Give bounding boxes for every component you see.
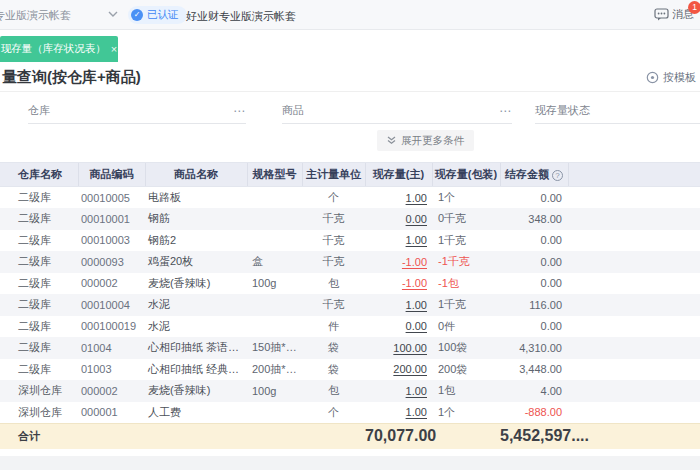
table-row[interactable]: 二级库 00010003 钢筋2 千克 1.00 1千克 0.00 bbox=[0, 230, 700, 252]
cell-amount: 0.00 bbox=[500, 316, 568, 338]
cell-qty-pkg: 1个 bbox=[432, 402, 500, 424]
cell-spec bbox=[247, 187, 302, 209]
double-chevron-down-icon bbox=[387, 136, 396, 145]
table-row[interactable]: 二级库 00010005 电路板 个 1.00 1个 0.00 bbox=[0, 187, 700, 209]
cell-amount: 0.00 bbox=[500, 273, 568, 295]
cell-name: 水泥 bbox=[145, 316, 247, 338]
cell-unit: 千克 bbox=[302, 208, 365, 230]
cell-code: 01004 bbox=[78, 337, 145, 359]
table-row[interactable]: 二级库 01003 心相印抽纸 经典系列 200抽*6包 袋 200.00 20… bbox=[0, 359, 700, 381]
col-warehouse: 仓库名称 bbox=[0, 163, 78, 187]
qty-link[interactable]: 1.00 bbox=[406, 192, 427, 204]
col-spec: 规格型号 bbox=[247, 163, 302, 187]
qty-link[interactable]: 1.00 bbox=[406, 299, 427, 311]
table-row[interactable]: 二级库 01004 心相印抽纸 茶语系列 ... 150抽*3包... 袋 10… bbox=[0, 337, 700, 359]
table-row[interactable]: 二级库 000100019 水泥 件 0.00 0件 0.00 bbox=[0, 316, 700, 338]
cell-warehouse: 二级库 bbox=[0, 316, 78, 338]
cell-amount: 3,448.00 bbox=[500, 359, 568, 381]
expand-more-button[interactable]: 展开更多条件 bbox=[377, 130, 474, 151]
cell-code: 01003 bbox=[78, 359, 145, 381]
filter-product-label: 商品 bbox=[282, 103, 304, 118]
table-row[interactable]: 深圳仓库 000002 麦烧(香辣味) 100g 包 1.00 1包 4.00 bbox=[0, 380, 700, 402]
cell-filler bbox=[568, 316, 700, 338]
cell-warehouse: 二级库 bbox=[0, 208, 78, 230]
cell-qty-pkg: 0件 bbox=[432, 316, 500, 338]
cell-qty-main: 1.00 bbox=[365, 402, 432, 424]
cell-qty-pkg: -1千克 bbox=[432, 251, 500, 273]
table-row[interactable]: 二级库 000002 麦烧(香辣味) 100g 包 -1.00 -1包 0.00 bbox=[0, 273, 700, 295]
qty-link[interactable]: 0.00 bbox=[406, 213, 427, 225]
cell-filler bbox=[568, 208, 700, 230]
cell-qty-pkg: 100袋 bbox=[432, 337, 500, 359]
cell-unit: 千克 bbox=[302, 251, 365, 273]
filter-product-more-icon[interactable]: ⋯ bbox=[499, 104, 512, 118]
cell-qty-pkg: -1包 bbox=[432, 273, 500, 295]
cell-spec: 100g bbox=[247, 380, 302, 402]
cell-warehouse: 二级库 bbox=[0, 359, 78, 381]
cell-qty-pkg: 1个 bbox=[432, 187, 500, 209]
close-icon[interactable]: × bbox=[111, 43, 117, 55]
tab-stock-report[interactable]: 现存量（库存状况表） × bbox=[0, 36, 118, 62]
expand-row: 展开更多条件 bbox=[0, 130, 700, 154]
table-header: 仓库名称 商品编码 商品名称 规格型号 主计量单位 现存量(主) 现存量(包装)… bbox=[0, 163, 700, 187]
chevron-down-icon[interactable] bbox=[108, 11, 118, 18]
cell-qty-main: -1.00 bbox=[365, 251, 432, 273]
qty-link[interactable]: 0.00 bbox=[406, 320, 427, 332]
cell-warehouse: 二级库 bbox=[0, 187, 78, 209]
cell-code: 00010004 bbox=[78, 294, 145, 316]
filter-product[interactable]: 商品 ⋯ bbox=[282, 98, 512, 124]
cell-name: 人工费 bbox=[145, 402, 247, 424]
verified-badge[interactable]: ✓ 已认证 bbox=[128, 6, 187, 24]
table-row[interactable]: 二级库 00010004 水泥 千克 1.00 1千克 116.00 bbox=[0, 294, 700, 316]
cell-unit: 千克 bbox=[302, 294, 365, 316]
topbar: 专业版演示帐套 ✓ 已认证 好业财专业版演示帐套 消息 1 bbox=[0, 0, 700, 30]
cell-amount: 0.00 bbox=[500, 187, 568, 209]
qty-link[interactable]: -1.00 bbox=[402, 256, 427, 268]
col-qty-main: 现存量(主) bbox=[365, 163, 432, 187]
qty-link[interactable]: -1.00 bbox=[402, 277, 427, 289]
cell-name: 电路板 bbox=[145, 187, 247, 209]
cell-spec bbox=[247, 294, 302, 316]
table-row[interactable]: 二级库 00010001 钢筋 千克 0.00 0千克 348.00 bbox=[0, 208, 700, 230]
cell-spec bbox=[247, 208, 302, 230]
table-row[interactable]: 二级库 0000093 鸡蛋20枚 盒 千克 -1.00 -1千克 0.00 bbox=[0, 251, 700, 273]
cell-qty-pkg: 0千克 bbox=[432, 208, 500, 230]
qty-link[interactable]: 1.00 bbox=[406, 234, 427, 246]
cell-amount: 116.00 bbox=[500, 294, 568, 316]
cell-filler bbox=[568, 337, 700, 359]
qty-link[interactable]: 200.00 bbox=[393, 363, 427, 375]
cell-code: 000001 bbox=[78, 402, 145, 424]
table-body: 二级库 00010005 电路板 个 1.00 1个 0.00 二级库 0001… bbox=[0, 187, 700, 424]
cell-filler bbox=[568, 273, 700, 295]
verified-check-icon: ✓ bbox=[131, 9, 143, 21]
cell-filler bbox=[568, 380, 700, 402]
view-template-button[interactable]: 按模板 bbox=[646, 70, 700, 85]
cell-code: 00010001 bbox=[78, 208, 145, 230]
qty-link[interactable]: 1.00 bbox=[406, 385, 427, 397]
qty-link[interactable]: 100.00 bbox=[393, 342, 427, 354]
cell-spec: 盒 bbox=[247, 251, 302, 273]
filter-warehouse-more-icon[interactable]: ⋯ bbox=[233, 104, 246, 118]
col-code: 商品编码 bbox=[78, 163, 145, 187]
filter-warehouse-label: 仓库 bbox=[28, 103, 50, 118]
account-set-selector[interactable]: 专业版演示帐套 bbox=[0, 8, 71, 23]
cell-qty-main: 100.00 bbox=[365, 337, 432, 359]
cell-spec: 200抽*6包 bbox=[247, 359, 302, 381]
cell-qty-main: 1.00 bbox=[365, 294, 432, 316]
cell-warehouse: 二级库 bbox=[0, 337, 78, 359]
cell-qty-pkg: 1千克 bbox=[432, 294, 500, 316]
cell-warehouse: 二级库 bbox=[0, 230, 78, 252]
filter-stock-status[interactable]: 现存量状态 bbox=[535, 98, 700, 124]
col-qty-pkg: 现存量(包装) bbox=[432, 163, 500, 187]
help-icon[interactable]: ? bbox=[552, 170, 563, 181]
cell-unit: 包 bbox=[302, 273, 365, 295]
col-amount: 结存金额? bbox=[500, 163, 568, 187]
cell-qty-main: 0.00 bbox=[365, 208, 432, 230]
cell-code: 000100019 bbox=[78, 316, 145, 338]
table-row[interactable]: 深圳仓库 000001 人工费 个 1.00 1个 -888.00 bbox=[0, 402, 700, 424]
cell-unit: 个 bbox=[302, 402, 365, 424]
messages-button[interactable]: 消息 1 bbox=[654, 7, 694, 22]
cell-code: 00010005 bbox=[78, 187, 145, 209]
qty-link[interactable]: 1.00 bbox=[406, 406, 427, 418]
filter-warehouse[interactable]: 仓库 ⋯ bbox=[28, 98, 246, 124]
